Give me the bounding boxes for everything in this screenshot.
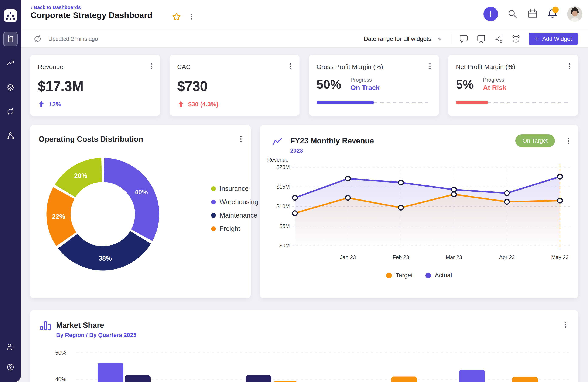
date-range-label: Date range for all widgets — [364, 36, 431, 42]
legend-label: Actual — [435, 272, 452, 279]
svg-text:22%: 22% — [52, 213, 65, 220]
add-widget-button[interactable]: + Add Widget — [528, 33, 578, 45]
presentation-icon[interactable] — [476, 34, 486, 44]
dashboard-tree-icon — [6, 35, 15, 43]
kpi-card-net-profit-margin: Net Profit Margin (%) 5% Progress At Ris… — [448, 55, 578, 116]
sidebar-item-dashboard-tree[interactable] — [3, 32, 18, 46]
app-logo[interactable] — [4, 9, 17, 22]
schedule-clock-icon[interactable] — [511, 34, 521, 44]
fy23-monthly-revenue-card: FY23 Monthly Revenue 2023 On Target Reve… — [260, 125, 578, 298]
notifications-button[interactable] — [547, 8, 558, 20]
refresh-icon[interactable] — [33, 34, 42, 44]
kpi-kebab-menu[interactable] — [426, 62, 434, 71]
progress-bar — [316, 101, 431, 104]
legend-item: Actual — [425, 272, 452, 279]
kpi-value: $730 — [177, 78, 292, 94]
user-plus-icon — [6, 343, 15, 352]
kpi-title: Net Profit Margin (%) — [456, 63, 570, 71]
legend-item: Warehousing — [211, 198, 258, 206]
svg-text:Revenue: Revenue — [267, 157, 289, 163]
progress-label: Progress — [351, 77, 380, 83]
sidebar-item-trend[interactable] — [3, 56, 18, 71]
legend-item: Freight — [211, 225, 258, 233]
kpi-title: CAC — [177, 63, 292, 71]
sidebar-item-network[interactable] — [3, 129, 18, 143]
svg-text:$0M: $0M — [279, 243, 290, 248]
svg-text:50%: 50% — [55, 349, 66, 356]
avatar-photo — [567, 6, 583, 22]
svg-text:40%: 40% — [135, 189, 148, 196]
refresh-status: Updated 2 mins ago — [33, 34, 98, 44]
kpi-kebab-menu[interactable] — [147, 62, 155, 71]
kpi-title: Revenue — [38, 63, 152, 71]
donut-legend: InsuranceWarehousingMaintenanceFreight — [211, 185, 258, 233]
network-nodes-icon — [6, 131, 15, 140]
user-avatar[interactable] — [567, 6, 583, 22]
page-title: Corporate Strategy Dashboard — [31, 11, 152, 20]
svg-text:40%: 40% — [55, 376, 66, 382]
sidebar-item-layers[interactable] — [3, 80, 18, 95]
operating-costs-card: Operating Costs Distribution 40%38%22%20… — [30, 125, 251, 298]
kpi-title: Gross Profit Margin (%) — [316, 63, 431, 71]
search-icon[interactable] — [507, 9, 518, 19]
date-range-dropdown[interactable]: Date range for all widgets — [364, 36, 443, 42]
chevron-down-icon — [437, 36, 443, 42]
kpi-card-revenue: Revenue $17.3M 12% — [30, 55, 160, 116]
dashboard-toolbar: Updated 2 mins ago Date range for all wi… — [21, 30, 588, 48]
kpi-kebab-menu[interactable] — [286, 62, 295, 71]
trend-up-icon — [6, 59, 15, 68]
header: ‹ Back to Dashboards Corporate Strategy … — [21, 0, 588, 30]
legend-item: Insurance — [211, 185, 258, 192]
svg-text:$10M: $10M — [276, 203, 290, 209]
corporate-strategy-dashboard-app: ‹ Back to Dashboards Corporate Strategy … — [0, 0, 588, 382]
kpi-card-gross-profit-margin: Gross Profit Margin (%) 50% Progress On … — [309, 55, 439, 116]
title-kebab-menu[interactable] — [187, 12, 195, 21]
market-share-bar-chart: 50%40% — [30, 310, 578, 382]
arrow-up-icon — [38, 101, 45, 108]
updated-text: Updated 2 mins ago — [48, 36, 98, 42]
progress-bar — [456, 101, 570, 104]
kpi-delta-text: 12% — [49, 101, 61, 108]
progress-status: On Track — [351, 84, 380, 92]
create-new-button[interactable] — [483, 7, 498, 21]
kpi-value: $17.3M — [38, 78, 152, 94]
header-actions — [483, 6, 583, 22]
svg-text:20%: 20% — [74, 172, 87, 180]
kpi-kebab-menu[interactable] — [565, 62, 574, 71]
legend-dot — [211, 186, 216, 191]
kpi-delta: $30 (4.3%) — [177, 101, 292, 108]
sidebar-footer — [3, 334, 18, 382]
add-widget-plus-icon: + — [535, 35, 539, 43]
legend-label: Maintenance — [220, 211, 257, 219]
sync-icon — [6, 107, 15, 116]
kpi-delta: 12% — [38, 101, 152, 108]
legend-dot — [386, 273, 392, 278]
legend-label: Freight — [220, 225, 240, 233]
kpi-value: 50% — [316, 77, 341, 92]
help-icon — [6, 363, 15, 372]
progress-label: Progress — [483, 77, 506, 83]
sidebar — [0, 0, 21, 382]
sidebar-item-help[interactable] — [3, 360, 18, 374]
back-link-label: Back to Dashboards — [34, 5, 81, 10]
back-to-dashboards-link[interactable]: ‹ Back to Dashboards — [31, 5, 81, 10]
sidebar-item-invite-user[interactable] — [3, 340, 18, 354]
toolbar-actions: Date range for all widgets — [364, 33, 578, 45]
comments-icon[interactable] — [459, 34, 469, 44]
legend-dot — [211, 200, 216, 204]
calendar-icon[interactable] — [527, 9, 538, 19]
svg-text:Apr 23: Apr 23 — [499, 254, 515, 260]
market-share-card: Market Share By Region / By Quarters 202… — [30, 310, 578, 382]
svg-text:Feb 23: Feb 23 — [393, 254, 409, 260]
kpi-delta-text: $30 (4.3%) — [188, 101, 218, 108]
back-chevron-icon: ‹ — [31, 5, 32, 10]
svg-text:38%: 38% — [99, 255, 112, 262]
legend-dot — [211, 227, 216, 231]
star-icon — [172, 12, 181, 21]
favorite-star-button[interactable] — [172, 12, 181, 22]
share-icon[interactable] — [494, 34, 504, 44]
logo-dots-icon — [5, 11, 16, 21]
sidebar-item-sync[interactable] — [3, 104, 18, 119]
kpi-card-cac: CAC $730 $30 (4.3%) — [169, 55, 299, 116]
legend-item: Target — [386, 272, 413, 279]
